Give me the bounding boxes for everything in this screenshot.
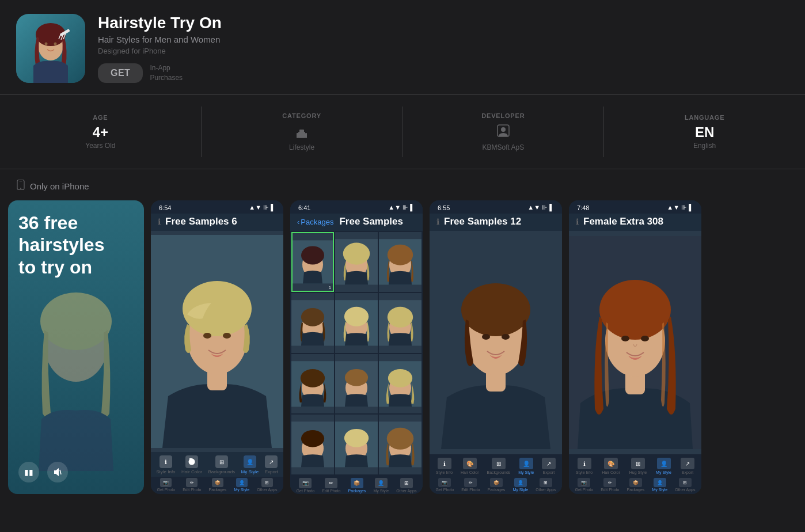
backgrounds-tab[interactable]: ⊞ Backgrounds: [208, 455, 235, 474]
other-apps-label-4: Other Apps: [675, 488, 695, 492]
style-info-tab-4[interactable]: ℹ Style Info: [576, 458, 593, 474]
bottom-bar-3: ℹ Style Info 🎨 Hair Color ⊞ Backgrounds …: [430, 454, 562, 477]
my-style-tab-3[interactable]: 👤 My Style: [373, 478, 389, 493]
packages-tab-4[interactable]: 📦 Packages: [627, 478, 645, 492]
header-info: Hairstyle Try On Hair Styles for Men and…: [98, 14, 789, 83]
get-button[interactable]: GET: [98, 63, 143, 83]
svg-rect-10: [299, 130, 304, 132]
svg-point-33: [343, 243, 370, 265]
get-photo-tab[interactable]: 📷 Get Photo: [157, 478, 176, 492]
packages-label-2: Packages: [348, 489, 366, 493]
other-apps-tab-2[interactable]: ⊞ Other Apps: [396, 478, 416, 493]
export-tab-3[interactable]: ↗ Export: [542, 458, 556, 474]
grid-item-3[interactable]: [379, 232, 422, 292]
export-tab-4[interactable]: ↗ Export: [681, 458, 694, 474]
my-style-tab-4[interactable]: 👤 My Style: [518, 458, 534, 474]
pause-button[interactable]: ▮▮: [18, 462, 39, 482]
hair-color-tab[interactable]: Hair Color: [181, 455, 202, 474]
svg-point-74: [599, 280, 671, 340]
grid-item-1[interactable]: 1: [291, 232, 334, 292]
svg-rect-9: [298, 132, 305, 138]
my-style-icon-4: 👤: [519, 458, 533, 469]
promo-text: 36 freehairstylesto try on: [18, 212, 104, 278]
svg-point-3: [45, 43, 48, 45]
backgrounds-icon-4: ⊞: [631, 458, 645, 469]
edit-photo-tab-3[interactable]: ✏ Edit Photo: [461, 478, 480, 492]
edit-photo-label-4: Edit Photo: [601, 488, 619, 492]
my-style-tab-1[interactable]: 👤 My Style: [241, 455, 259, 474]
hair-color-icon: [185, 455, 198, 468]
signal-2: ▲▼ ⊪ ▌: [388, 204, 415, 211]
grid-item-2[interactable]: [335, 232, 378, 292]
other-apps-tab-4[interactable]: ⊞ Other Apps: [675, 478, 695, 492]
packages-tab-2[interactable]: 📦 Packages: [348, 478, 366, 493]
svg-rect-11: [297, 133, 298, 138]
stat-age: AGE 4+ Years Old: [0, 107, 202, 157]
packages-icon-4: 📦: [629, 478, 642, 487]
my-style-tab-6[interactable]: 👤 My Style: [656, 458, 671, 474]
svg-point-69: [482, 334, 490, 340]
grid-item-10[interactable]: [291, 415, 334, 474]
get-photo-icon-4: 📷: [578, 478, 590, 487]
get-photo-tab-4[interactable]: 📷 Get Photo: [575, 478, 594, 492]
svg-point-54: [388, 368, 412, 387]
style-info-tab[interactable]: ℹ Style Info: [156, 455, 175, 474]
edit-photo-tab-2[interactable]: ✏ Edit Photo: [322, 478, 340, 493]
my-style-label: My Style: [241, 469, 259, 474]
svg-point-60: [344, 429, 369, 447]
svg-point-39: [301, 308, 324, 326]
my-style-tab-2[interactable]: 👤 My Style: [234, 478, 249, 492]
signal-4: ▲▼ ⊪ ▌: [667, 204, 693, 211]
other-apps-icon: ⊞: [261, 478, 273, 487]
grid-item-11[interactable]: [335, 415, 378, 474]
packages-icon-3: 📦: [490, 478, 503, 487]
topbar-1: ℹ Free Samples 6: [151, 214, 283, 231]
image-area-4: [569, 231, 701, 454]
edit-photo-tab-4[interactable]: ✏ Edit Photo: [601, 478, 619, 492]
svg-point-20: [40, 292, 112, 350]
edit-photo-tab[interactable]: ✏ Edit Photo: [183, 478, 201, 492]
my-style-tab-7[interactable]: 👤 My Style: [652, 478, 667, 492]
screen-title-1: Free Samples 6: [165, 216, 237, 227]
time-4: 7:48: [577, 204, 589, 211]
get-photo-label-4: Get Photo: [575, 488, 594, 492]
grid-item-9[interactable]: [379, 354, 422, 414]
packages-tab[interactable]: 📦 Packages: [209, 478, 227, 492]
my-style-label-6: My Style: [656, 470, 671, 474]
info-icon-4: ℹ: [576, 217, 579, 226]
get-photo-label: Get Photo: [157, 488, 176, 492]
backgrounds-tab-4[interactable]: ⊞ Hug Style: [629, 458, 647, 474]
svg-point-45: [388, 307, 413, 328]
packages-tab-3[interactable]: 📦 Packages: [488, 478, 506, 492]
stat-language: LANGUAGE EN English: [604, 107, 805, 157]
get-photo-tab-2[interactable]: 📷 Get Photo: [297, 478, 315, 493]
iphone-icon: [16, 180, 25, 192]
svg-point-70: [502, 334, 510, 340]
style-info-tab-3[interactable]: ℹ Style Info: [436, 458, 453, 474]
grid-item-5[interactable]: [335, 293, 378, 353]
hair-color-label-4: Hair Color: [602, 470, 620, 474]
stat-developer: DEVELOPER KBMSoft ApS: [403, 107, 605, 157]
grid-item-4[interactable]: [291, 293, 334, 353]
app-icon: [16, 14, 85, 83]
other-apps-tab-3[interactable]: ⊞ Other Apps: [536, 478, 556, 492]
edit-photo-label: Edit Photo: [183, 488, 201, 492]
edit-photo-icon-4: ✏: [603, 478, 616, 487]
mute-button[interactable]: [47, 462, 68, 482]
hair-color-tab-3[interactable]: 🎨 Hair Color: [461, 458, 479, 474]
my-style-tab-5[interactable]: 👤 My Style: [512, 478, 528, 492]
packages-icon: 📦: [212, 478, 223, 487]
get-photo-label-3: Get Photo: [436, 488, 454, 492]
get-photo-tab-3[interactable]: 📷 Get Photo: [436, 478, 454, 492]
time-1: 6:54: [159, 204, 171, 211]
screenshot-phone-1: 6:54 ▲▼ ⊪ ▌ ℹ Free Samples 6: [151, 200, 283, 494]
grid-item-6[interactable]: [379, 293, 422, 353]
hair-color-tab-4[interactable]: 🎨 Hair Color: [602, 458, 620, 474]
bottom-bar-2: 📷 Get Photo ✏ Edit Photo 📦 Packages 👤 My…: [290, 476, 423, 494]
backgrounds-tab-3[interactable]: ⊞ Backgrounds: [487, 458, 510, 474]
export-tab[interactable]: ↗ Export: [265, 455, 278, 474]
grid-item-12[interactable]: [379, 415, 422, 474]
grid-item-8[interactable]: [335, 354, 378, 414]
grid-item-7[interactable]: [291, 354, 334, 414]
other-apps-tab[interactable]: ⊞ Other Apps: [257, 478, 277, 492]
